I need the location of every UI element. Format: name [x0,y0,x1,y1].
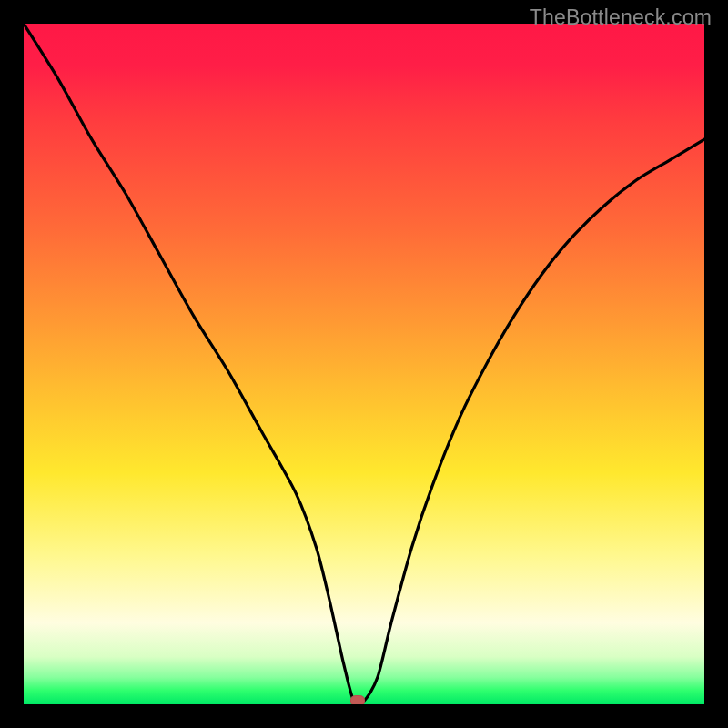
bottleneck-curve [24,24,704,704]
watermark-text: TheBottleneck.com [530,5,712,30]
chart-frame: TheBottleneck.com [0,0,728,728]
plot-area [24,24,704,704]
optimal-point-marker [350,695,365,704]
